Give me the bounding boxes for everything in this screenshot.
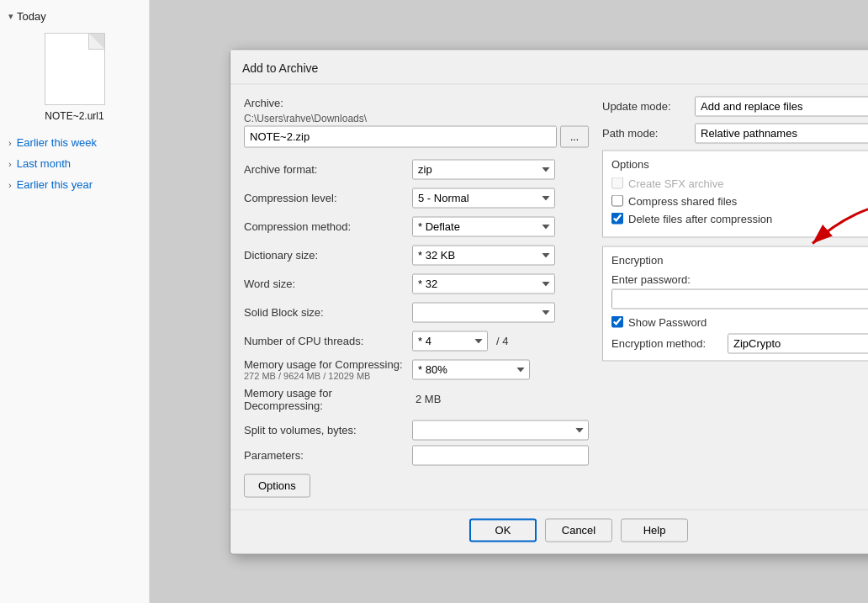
options-button-row: Options [244, 473, 589, 497]
modal-overlay: Add to Archive ✕ Archive: C:\Users\rahve… [150, 0, 868, 603]
compress-shared-row: Compress shared files [611, 194, 868, 207]
cpu-threads-row: Number of CPU threads: * 4 1 2 3 / 4 [244, 329, 589, 352]
create-sfx-label: Create SFX archive [628, 177, 723, 189]
cpu-max-label: / 4 [496, 335, 508, 347]
archive-row: Archive: C:\Users\rahve\Downloads\ ... [244, 96, 589, 147]
browse-button[interactable]: ... [560, 125, 589, 147]
memory-decompressing-value: 2 MB [415, 393, 441, 405]
solid-block-size-row: Solid Block size: [244, 300, 589, 324]
compression-method-label: Compression method: [244, 220, 412, 233]
create-sfx-row: Create SFX archive [611, 177, 868, 189]
path-mode-row: Path mode: Relative pathnames Absolute p… [602, 123, 868, 143]
update-mode-label: Update mode: [602, 100, 695, 113]
update-mode-select[interactable]: Add and replace files Update and add fil… [695, 96, 868, 116]
dialog-title: Add to Archive [242, 61, 318, 74]
compress-shared-label: Compress shared files [628, 194, 737, 207]
archive-format-row: Archive format: zip 7z tar [244, 157, 589, 181]
options-box: Options Create SFX archive Compress shar… [602, 150, 868, 237]
dictionary-size-select[interactable]: * 32 KB 64 KB [412, 245, 555, 265]
memory-compressing-select[interactable]: * 80% 40% 20% [412, 359, 530, 379]
show-password-label: Show Password [628, 315, 707, 328]
password-input[interactable] [611, 288, 868, 309]
dialog-titlebar: Add to Archive ✕ [230, 50, 868, 84]
archive-name-input[interactable] [244, 125, 557, 147]
help-button[interactable]: Help [621, 518, 688, 542]
options-button[interactable]: Options [244, 473, 310, 497]
encryption-method-label: Encryption method: [611, 337, 721, 350]
file-icon [45, 33, 105, 105]
options-title: Options [611, 157, 868, 170]
chevron-right-icon: › [8, 180, 12, 190]
word-size-label: Word size: [244, 278, 412, 290]
cancel-button[interactable]: Cancel [545, 518, 612, 542]
dictionary-size-label: Dictionary size: [244, 249, 412, 262]
delete-after-row: Delete files after compression [611, 212, 868, 225]
sidebar-item-earlier-this-week[interactable]: › Earlier this week [0, 132, 149, 153]
solid-block-size-label: Solid Block size: [244, 306, 412, 319]
dialog-body: Archive: C:\Users\rahve\Downloads\ ... A… [230, 84, 868, 509]
sidebar-item-last-month[interactable]: › Last month [0, 153, 149, 174]
today-label: Today [17, 10, 46, 23]
file-icon-container: NOTE~2.url1 [8, 29, 140, 125]
compression-level-select[interactable]: 0 - Store 1 - Fastest 3 - Fast 5 - Norma… [412, 188, 555, 208]
file-label: NOTE~2.url1 [45, 110, 103, 122]
earlier-this-week-label: Earlier this week [17, 136, 97, 149]
archive-path-hint: C:\Users\rahve\Downloads\ [244, 112, 589, 124]
dictionary-size-row: Dictionary size: * 32 KB 64 KB [244, 243, 589, 267]
compression-method-select[interactable]: * Deflate Deflate64 BZip2 [412, 216, 555, 236]
delete-after-checkbox[interactable] [611, 213, 623, 225]
chevron-right-icon: › [8, 159, 12, 169]
parameters-label: Parameters: [244, 449, 412, 462]
update-mode-row: Update mode: Add and replace files Updat… [602, 96, 868, 116]
show-password-row: Show Password [611, 315, 868, 328]
word-size-row: Word size: * 32 64 [244, 272, 589, 295]
compression-method-row: Compression method: * Deflate Deflate64 … [244, 214, 589, 238]
sidebar-item-earlier-this-year[interactable]: › Earlier this year [0, 174, 149, 195]
dialog-footer: OK Cancel Help [230, 509, 868, 553]
earlier-this-year-label: Earlier this year [17, 178, 93, 191]
today-header[interactable]: ▾ Today [8, 10, 140, 23]
split-volumes-row: Split to volumes, bytes: [244, 420, 589, 440]
parameters-row: Parameters: [244, 445, 589, 465]
create-sfx-checkbox[interactable] [611, 177, 623, 189]
form-right: Update mode: Add and replace files Updat… [602, 96, 868, 497]
archive-label: Archive: [244, 96, 589, 108]
encryption-method-row: Encryption method: ZipCrypto AES-128 AES… [611, 333, 868, 353]
chevron-down-icon: ▾ [8, 11, 13, 22]
password-label: Enter password: [611, 272, 868, 285]
form-left: Archive: C:\Users\rahve\Downloads\ ... A… [244, 96, 589, 497]
encryption-method-select[interactable]: ZipCrypto AES-128 AES-192 AES-256 [728, 333, 868, 353]
memory-decompressing-row: Memory usage for Decompressing: 2 MB [244, 386, 589, 411]
last-month-label: Last month [17, 157, 71, 170]
ok-button[interactable]: OK [469, 518, 537, 542]
archive-format-select[interactable]: zip 7z tar [412, 159, 555, 179]
cpu-threads-select[interactable]: * 4 1 2 3 [412, 331, 488, 351]
left-panel: ▾ Today NOTE~2.url1 › Earlier this week … [0, 0, 150, 603]
word-size-select[interactable]: * 32 64 [412, 273, 555, 294]
memory-compressing-row: Memory usage for Compressing: 272 MB / 9… [244, 357, 589, 381]
add-to-archive-dialog: Add to Archive ✕ Archive: C:\Users\rahve… [230, 49, 868, 554]
compress-shared-checkbox[interactable] [611, 195, 623, 207]
memory-compressing-label: Memory usage for Compressing: 272 MB / 9… [244, 358, 412, 381]
password-row: Enter password: [611, 272, 868, 309]
delete-after-label: Delete files after compression [628, 212, 772, 225]
chevron-right-icon: › [8, 138, 12, 148]
archive-format-label: Archive format: [244, 163, 412, 176]
compression-level-label: Compression level: [244, 192, 412, 204]
memory-compressing-hint: 272 MB / 9624 MB / 12029 MB [244, 371, 412, 381]
split-volumes-label: Split to volumes, bytes: [244, 424, 412, 436]
encryption-title: Encryption [611, 253, 868, 266]
parameters-input[interactable] [412, 445, 589, 465]
encryption-box: Encryption Enter password: Show Password… [602, 246, 868, 361]
compression-level-row: Compression level: 0 - Store 1 - Fastest… [244, 186, 589, 209]
path-mode-select[interactable]: Relative pathnames Absolute pathnames No… [695, 123, 868, 143]
solid-block-size-select[interactable] [412, 302, 555, 322]
memory-decompressing-label: Memory usage for Decompressing: [244, 386, 412, 411]
path-mode-label: Path mode: [602, 127, 695, 140]
archive-input-row: ... [244, 125, 589, 147]
show-password-checkbox[interactable] [611, 316, 623, 328]
cpu-row: * 4 1 2 3 / 4 [412, 331, 508, 351]
split-volumes-select[interactable] [412, 420, 589, 440]
cpu-threads-label: Number of CPU threads: [244, 335, 412, 347]
